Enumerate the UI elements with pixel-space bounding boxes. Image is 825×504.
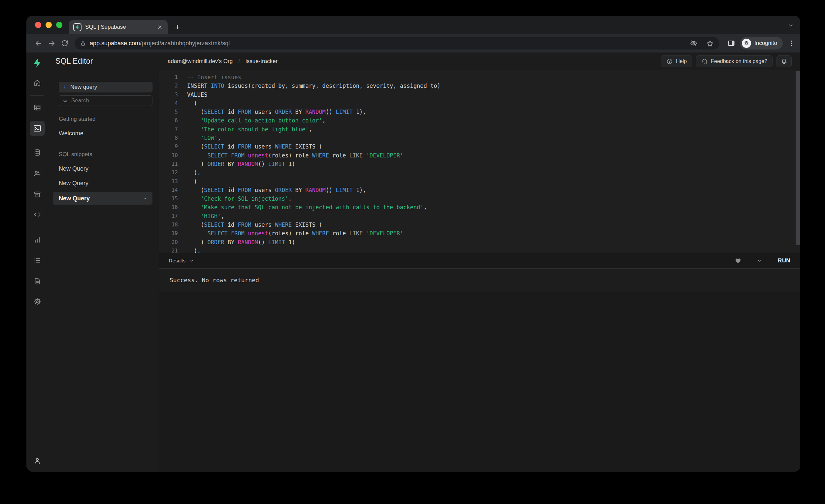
- incognito-icon: [742, 39, 751, 48]
- code-line[interactable]: 14 (SELECT id FROM users ORDER BY RANDOM…: [159, 186, 800, 195]
- help-icon: [666, 58, 673, 65]
- back-icon[interactable]: [32, 37, 45, 50]
- line-number: 15: [159, 195, 178, 203]
- breadcrumb-project[interactable]: issue-tracker: [245, 58, 278, 65]
- code-line[interactable]: 17 'HIGH',: [159, 212, 800, 220]
- browser-tab[interactable]: SQL | Supabase: [69, 20, 168, 34]
- tab-search-chevron-icon[interactable]: [788, 22, 794, 28]
- results-dropdown[interactable]: Results: [169, 258, 185, 264]
- line-number: 21: [159, 246, 178, 253]
- storage-icon[interactable]: [31, 188, 44, 201]
- table-editor-icon[interactable]: [31, 101, 44, 114]
- url-bar[interactable]: app.supabase.com/project/azahtnhqohyjerz…: [75, 37, 720, 50]
- code-line[interactable]: 1-- Insert issues: [159, 73, 800, 81]
- auth-users-icon[interactable]: [31, 167, 44, 180]
- breadcrumb-bar: adam@windmill.dev's Org / issue-tracker …: [159, 53, 800, 70]
- sql-editor-icon[interactable]: [30, 121, 45, 136]
- line-number: 19: [159, 229, 178, 238]
- reports-icon[interactable]: [31, 233, 44, 246]
- results-chevron-icon[interactable]: [190, 259, 194, 263]
- window-close-button[interactable]: [35, 22, 41, 28]
- results-empty-area: [159, 292, 800, 472]
- supabase-logo-icon[interactable]: [31, 57, 44, 70]
- code-line[interactable]: 4 (: [159, 99, 800, 107]
- database-icon[interactable]: [31, 146, 44, 159]
- code-line[interactable]: 8 'LOW',: [159, 134, 800, 142]
- code-line[interactable]: 7 'The color should be light blue',: [159, 125, 800, 134]
- sidebar-item-new-query-2[interactable]: New Query: [59, 180, 152, 187]
- forward-icon[interactable]: [45, 37, 58, 50]
- save-chevron-icon[interactable]: [757, 258, 762, 264]
- code-line[interactable]: 21 ),: [159, 246, 800, 253]
- sidebar-item-new-query-active[interactable]: New Query: [53, 192, 152, 205]
- favorite-heart-icon[interactable]: [735, 257, 742, 264]
- home-icon[interactable]: [31, 76, 44, 89]
- line-number: 13: [159, 177, 178, 186]
- side-panel-icon[interactable]: [727, 39, 735, 47]
- line-number: 7: [159, 125, 178, 134]
- code-lines: 1-- Insert issues2INSERT INTO issues(cre…: [159, 73, 800, 253]
- query-result-message-row: Success. No rows returned: [159, 269, 800, 292]
- section-label-sql-snippets: SQL snippets: [59, 151, 152, 158]
- docs-icon[interactable]: [31, 275, 44, 288]
- incognito-label: Incognito: [754, 40, 777, 47]
- new-query-button[interactable]: + New query: [59, 82, 152, 92]
- code-line[interactable]: 13 (: [159, 177, 800, 186]
- bookmark-star-icon[interactable]: [706, 40, 714, 47]
- help-button[interactable]: Help: [661, 56, 692, 67]
- screenshot-root: SQL | Supabase +: [0, 0, 825, 504]
- plus-icon: +: [63, 84, 67, 90]
- window-minimize-button[interactable]: [46, 22, 52, 28]
- line-number: 8: [159, 134, 178, 142]
- sidebar-item-new-query-1[interactable]: New Query: [59, 165, 152, 172]
- notifications-button[interactable]: [776, 56, 792, 67]
- code-line[interactable]: 16 'Make sure that SQL can not be inject…: [159, 203, 800, 212]
- search-box[interactable]: [59, 95, 152, 106]
- code-line[interactable]: 6 'Update call-to-action button color',: [159, 116, 800, 125]
- code-line[interactable]: 5 (SELECT id FROM users ORDER BY RANDOM(…: [159, 107, 800, 116]
- eye-off-icon[interactable]: [690, 39, 698, 47]
- line-number: 3: [159, 90, 178, 99]
- new-tab-button[interactable]: +: [175, 20, 180, 34]
- line-number: 16: [159, 203, 178, 212]
- search-input[interactable]: [71, 97, 149, 104]
- bell-icon: [781, 58, 788, 65]
- settings-gear-icon[interactable]: [31, 295, 44, 308]
- code-line[interactable]: 18 (SELECT id FROM users WHERE EXISTS (: [159, 220, 800, 229]
- nav-rail: [26, 53, 48, 472]
- code-line[interactable]: 12 ),: [159, 168, 800, 177]
- line-number: 11: [159, 160, 178, 168]
- page-title: SQL Editor: [56, 57, 93, 66]
- feedback-button[interactable]: Feedback on this page?: [696, 56, 772, 67]
- code-line[interactable]: 3VALUES: [159, 90, 800, 99]
- account-icon[interactable]: [31, 454, 44, 467]
- reload-icon[interactable]: [58, 37, 71, 50]
- code-line[interactable]: 11 ) ORDER BY RANDOM() LIMIT 1): [159, 160, 800, 168]
- browser-toolbar: app.supabase.com/project/azahtnhqohyjerz…: [26, 34, 800, 53]
- code-line[interactable]: 15 'Check for SQL injections',: [159, 195, 800, 203]
- code-line[interactable]: 10 SELECT FROM unnest(roles) role WHERE …: [159, 151, 800, 160]
- scrollbar-thumb[interactable]: [796, 71, 800, 245]
- window-zoom-button[interactable]: [56, 22, 62, 28]
- editor-scrollbar[interactable]: [796, 71, 800, 253]
- main-panel: adam@windmill.dev's Org / issue-tracker …: [159, 53, 800, 472]
- incognito-badge: Incognito: [740, 37, 783, 50]
- code-line[interactable]: 9 (SELECT id FROM users WHERE EXISTS (: [159, 142, 800, 151]
- edge-functions-icon[interactable]: [31, 208, 44, 221]
- sidebar-item-welcome[interactable]: Welcome: [59, 130, 152, 137]
- line-number: 10: [159, 151, 178, 160]
- run-button[interactable]: RUN: [778, 258, 791, 264]
- logs-icon[interactable]: [31, 254, 44, 267]
- breadcrumb-org[interactable]: adam@windmill.dev's Org: [168, 58, 233, 65]
- supabase-app: SQL Editor + New query Getting started W: [26, 53, 800, 472]
- browser-tab-strip: SQL | Supabase +: [26, 16, 800, 34]
- line-number: 6: [159, 116, 178, 125]
- browser-menu-icon[interactable]: [788, 40, 795, 47]
- tab-close-icon[interactable]: [157, 24, 163, 30]
- code-line[interactable]: 2INSERT INTO issues(created_by, summary,…: [159, 81, 800, 90]
- line-number: 18: [159, 220, 178, 229]
- code-line[interactable]: 20 ) ORDER BY RANDOM() LIMIT 1): [159, 238, 800, 246]
- sql-code-editor[interactable]: 1-- Insert issues2INSERT INTO issues(cre…: [159, 70, 800, 253]
- chevron-down-icon[interactable]: [142, 196, 147, 201]
- code-line[interactable]: 19 SELECT FROM unnest(roles) role WHERE …: [159, 229, 800, 238]
